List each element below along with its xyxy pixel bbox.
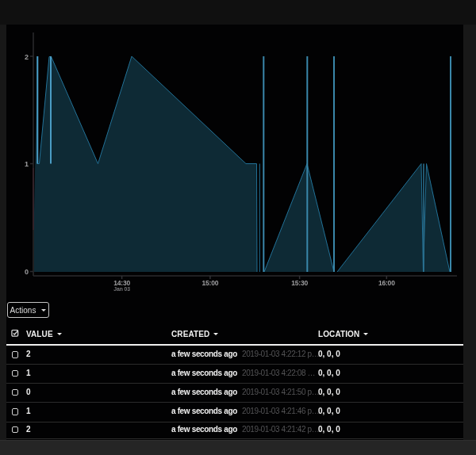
- svg-text:0: 0: [25, 268, 29, 276]
- svg-text:1: 1: [25, 160, 29, 168]
- svg-text:15:00: 15:00: [202, 279, 219, 287]
- svg-text:15:30: 15:30: [291, 279, 308, 287]
- svg-text:Jan 03: Jan 03: [113, 286, 130, 292]
- svg-text:16:00: 16:00: [378, 279, 395, 287]
- svg-text:2: 2: [25, 53, 29, 61]
